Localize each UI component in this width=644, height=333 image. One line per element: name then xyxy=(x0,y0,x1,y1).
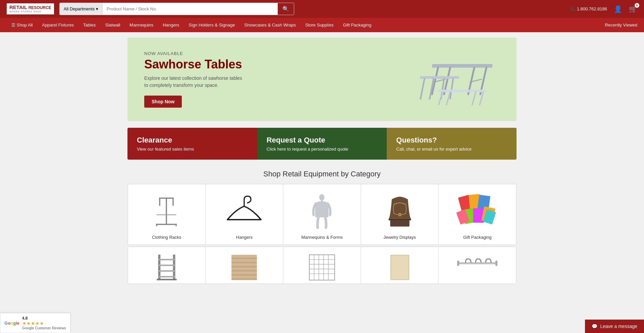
category-mannequins[interactable]: Mannequins & Forms xyxy=(283,184,361,245)
nav-showcases[interactable]: Showcases & Cash Wraps xyxy=(239,18,301,32)
panel-svg xyxy=(385,253,415,282)
hero-content: NOW AVAILABLE Sawhorse Tables Explore ou… xyxy=(144,51,500,108)
svg-rect-47 xyxy=(158,276,175,277)
svg-rect-45 xyxy=(158,265,175,266)
svg-rect-66 xyxy=(391,256,408,279)
category-item-2-image xyxy=(222,254,266,281)
site-header: RETAIL RESOURCE WHERE STORES SHOP All De… xyxy=(0,0,644,18)
gift-packaging-label: Gift Packaging xyxy=(463,235,492,240)
jewelry-label: Jewelry Displays xyxy=(383,235,416,240)
svg-rect-46 xyxy=(158,270,175,272)
svg-rect-20 xyxy=(172,198,174,206)
svg-rect-52 xyxy=(232,266,257,267)
clothing-racks-label: Clothing Racks xyxy=(152,235,181,240)
quote-promo[interactable]: Request a Quote Click here to request a … xyxy=(257,128,387,160)
category-clothing-racks[interactable]: Clothing Racks xyxy=(128,184,206,245)
category-item-5[interactable] xyxy=(438,247,516,284)
header-actions: 📞 1.800.762.8186 👤 🛒 0 xyxy=(570,5,637,13)
clearance-title: Clearance xyxy=(137,136,248,145)
department-dropdown[interactable]: All Departments ▾ xyxy=(60,3,103,15)
slatwall-svg xyxy=(227,253,261,282)
category-item-4-image xyxy=(378,254,422,281)
mannequins-image xyxy=(300,191,344,231)
nav-tables[interactable]: Tables xyxy=(78,18,101,32)
nav-store-supplies[interactable]: Store Supplies xyxy=(301,18,338,32)
category-item-3-image xyxy=(300,254,344,281)
category-item-1[interactable] xyxy=(128,247,206,284)
svg-rect-23 xyxy=(175,224,177,226)
search-input[interactable] xyxy=(103,3,278,15)
nav-shop-all[interactable]: ☰ Shop All xyxy=(7,18,37,32)
recently-viewed[interactable]: Recently Viewed xyxy=(605,18,637,32)
category-item-4[interactable] xyxy=(361,247,439,284)
main-content: NOW AVAILABLE Sawhorse Tables Explore ou… xyxy=(121,32,523,289)
category-hangers[interactable]: Hangers xyxy=(206,184,283,245)
svg-rect-24 xyxy=(157,214,166,215)
hero-title: Sawhorse Tables xyxy=(144,57,500,71)
category-gift-packaging[interactable]: Gift Packaging xyxy=(438,184,516,245)
svg-rect-25 xyxy=(167,214,176,215)
questions-title: Questions? xyxy=(396,136,507,145)
user-icon: 👤 xyxy=(614,5,622,13)
svg-rect-68 xyxy=(457,261,459,266)
main-nav: ☰ Shop All Apparel Fixtures Tables Slatw… xyxy=(0,18,644,32)
svg-point-28 xyxy=(319,194,325,200)
nav-slatwall[interactable]: Slatwall xyxy=(101,18,125,32)
nav-sign-holders[interactable]: Sign Holders & Signage xyxy=(184,18,239,32)
questions-desc: Call, chat, or email us for expert advic… xyxy=(396,147,507,152)
jewelry-display-svg xyxy=(380,193,420,230)
nav-gift-packaging[interactable]: Gift Packaging xyxy=(338,18,376,32)
gondola-svg xyxy=(155,253,178,282)
category-jewelry[interactable]: Jewelry Displays xyxy=(361,184,439,245)
logo[interactable]: RETAIL RESOURCE WHERE STORES SHOP xyxy=(7,3,54,14)
svg-rect-18 xyxy=(159,198,174,199)
hero-description: Explore our latest collection of sawhors… xyxy=(144,75,500,89)
svg-rect-21 xyxy=(156,224,177,225)
svg-rect-19 xyxy=(159,198,160,206)
clothing-racks-image xyxy=(145,191,189,231)
svg-rect-50 xyxy=(232,258,257,259)
cart-badge: 0 xyxy=(635,3,639,8)
svg-rect-48 xyxy=(157,279,177,280)
questions-promo[interactable]: Questions? Call, chat, or email us for e… xyxy=(387,128,517,160)
svg-rect-69 xyxy=(495,261,497,266)
category-item-1-image xyxy=(145,254,189,281)
svg-rect-53 xyxy=(232,270,257,272)
hanger-svg xyxy=(222,195,266,228)
hangers-label: Hangers xyxy=(236,235,253,240)
search-button[interactable]: 🔍 xyxy=(278,3,294,15)
promo-row: Clearance View our featured sales items … xyxy=(127,128,517,160)
phone-link[interactable]: 📞 1.800.762.8186 xyxy=(570,6,607,11)
gift-packaging-svg xyxy=(455,193,499,230)
category-item-2[interactable] xyxy=(206,247,283,284)
logo-text: RETAIL RESOURCE WHERE STORES SHOP xyxy=(9,5,51,13)
hero-shop-now-button[interactable]: Shop Now xyxy=(144,96,182,108)
svg-rect-44 xyxy=(158,259,175,260)
hero-eyebrow: NOW AVAILABLE xyxy=(144,51,500,56)
search-bar: All Departments ▾ 🔍 xyxy=(59,3,294,15)
phone-icon: 📞 xyxy=(570,6,576,11)
category-grid-row2 xyxy=(127,246,517,284)
jewelry-image xyxy=(378,191,422,231)
quote-desc: Click here to request a personalized quo… xyxy=(267,147,378,152)
nav-hangers[interactable]: Hangers xyxy=(158,18,184,32)
nav-mannequins[interactable]: Mannequins xyxy=(125,18,158,32)
category-item-3[interactable] xyxy=(283,247,361,284)
svg-rect-56 xyxy=(309,255,335,280)
svg-rect-55 xyxy=(232,278,257,280)
hangers-image xyxy=(222,191,266,231)
svg-rect-31 xyxy=(390,220,409,226)
gift-packaging-image xyxy=(455,191,499,231)
account-icon[interactable]: 👤 xyxy=(614,5,622,13)
mannequin-svg xyxy=(309,194,334,229)
category-item-5-image xyxy=(455,254,499,277)
search-icon: 🔍 xyxy=(282,6,289,12)
cart-icon-wrapper[interactable]: 🛒 0 xyxy=(629,5,637,13)
clearance-promo[interactable]: Clearance View our featured sales items xyxy=(127,128,257,160)
clothing-rack-svg xyxy=(148,195,185,228)
hangrail-svg xyxy=(455,254,499,277)
mannequins-label: Mannequins & Forms xyxy=(301,235,343,240)
svg-rect-22 xyxy=(156,224,157,226)
category-section-title: Shop Retail Equipment by Category xyxy=(127,170,517,178)
nav-apparel-fixtures[interactable]: Apparel Fixtures xyxy=(37,18,78,32)
